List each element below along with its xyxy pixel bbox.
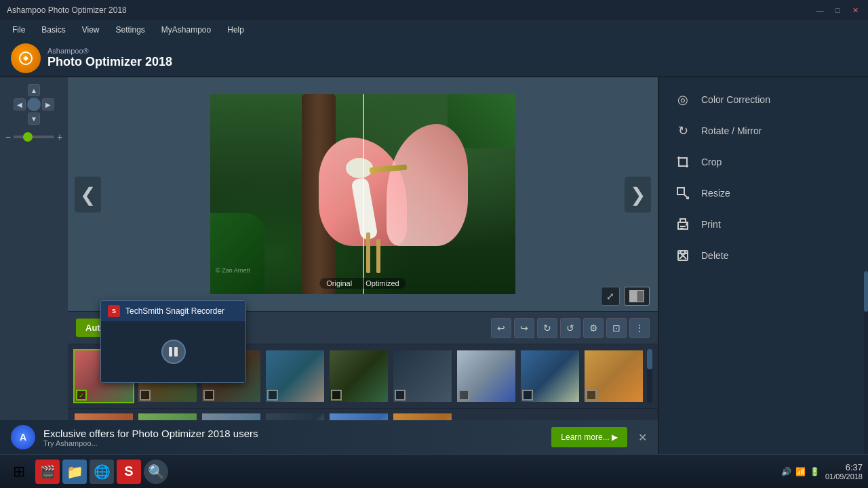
svg-point-4 [686, 224, 688, 225]
delete-icon [674, 247, 692, 264]
time-date[interactable]: 6:37 01/09/2018 [825, 462, 863, 481]
learn-more-label: Learn more... [561, 432, 609, 442]
redo-button[interactable]: ↪ [514, 318, 534, 338]
pan-down-button[interactable]: ▼ [28, 113, 40, 125]
main-image: Original Optimized © Zan Arnett [210, 94, 515, 294]
system-tray: 🔊 📶 🔋 [781, 467, 820, 476]
network-icon[interactable]: 📶 [795, 467, 806, 476]
rotate-ccw-button[interactable]: ↺ [560, 318, 580, 338]
start-button[interactable]: ⊞ [5, 458, 33, 485]
taskbar-chrome[interactable]: 🌐 [90, 460, 114, 484]
pause-bar-right [174, 347, 178, 357]
settings-icon-button[interactable]: ⚙ [583, 318, 604, 338]
minimize-button[interactable]: — [814, 4, 826, 16]
taskmanager-icon: 🎬 [40, 464, 55, 479]
menu-color-correction[interactable]: ◎ Color Correction [658, 84, 868, 115]
bird-body [332, 124, 441, 273]
learn-more-button[interactable]: Learn more... ▶ [551, 427, 627, 447]
logo-text: Ashampoo® Photo Optimizer 2018 [47, 47, 172, 69]
bird-leg-left [366, 232, 370, 273]
snagit-logo: S [108, 305, 120, 317]
taskbar: ⊞ 🎬 📁 🌐 S 🔍 🔊 📶 🔋 6:37 01/09/2018 [0, 454, 868, 488]
menu-myashampoo[interactable]: MyAshampoo [155, 22, 218, 37]
menu-help[interactable]: Help [220, 22, 251, 37]
menu-bar: File Basics View Settings MyAshampoo Hel… [0, 20, 868, 39]
split-line[interactable] [363, 94, 364, 294]
menu-delete[interactable]: Delete [658, 240, 868, 271]
search-taskbar-icon: 🔍 [148, 464, 165, 480]
rotate-cw-button[interactable]: ↻ [537, 318, 557, 338]
app-title: Ashampoo Photo Optimizer 2018 [7, 5, 127, 15]
menu-file[interactable]: File [5, 22, 32, 37]
battery-icon[interactable]: 🔋 [810, 467, 820, 476]
view-mode-button[interactable] [624, 287, 650, 306]
title-bar: Ashampoo Photo Optimizer 2018 — □ ✕ [0, 0, 868, 20]
bird-wing-right [387, 124, 468, 246]
thumbnail-6[interactable] [392, 349, 453, 403]
thumbnail-7[interactable] [456, 349, 517, 403]
thumbnail-4[interactable] [264, 349, 326, 403]
crop-label: Crop [701, 157, 722, 167]
thumbnail-1-check[interactable]: ✓ [76, 390, 87, 401]
chrome-icon: 🌐 [94, 464, 111, 480]
taskbar-search[interactable]: 🔍 [144, 460, 168, 484]
resize-label: Resize [701, 188, 730, 199]
thumbnail-scrollbar[interactable] [647, 349, 652, 403]
pan-right-button[interactable]: ▶ [42, 98, 54, 110]
thumbnail-5-check[interactable] [331, 390, 342, 401]
thumbnail-8-check[interactable] [522, 390, 533, 401]
bird-leg-right [376, 239, 380, 273]
snagit-title: TechSmith Snagit Recorder [125, 306, 224, 316]
window-controls: — □ ✕ [814, 4, 861, 16]
thumbnail-8[interactable] [519, 349, 580, 403]
taskbar-snagit[interactable]: S [117, 460, 141, 484]
maximize-button[interactable]: □ [831, 4, 844, 16]
speaker-icon[interactable]: 🔊 [781, 467, 791, 476]
thumbnail-9[interactable] [583, 349, 644, 403]
photo-viewer: ❮ [68, 77, 658, 311]
menu-settings[interactable]: Settings [108, 22, 151, 37]
prev-image-button[interactable]: ❮ [75, 176, 101, 212]
pan-up-button[interactable]: ▲ [28, 84, 40, 96]
snagit-pause-button[interactable] [161, 340, 186, 364]
zoom-minus-button[interactable]: − [5, 131, 11, 142]
thumbnail-3-check[interactable] [203, 390, 214, 401]
promo-close-button[interactable]: ✕ [638, 431, 647, 444]
delete-label: Delete [701, 250, 728, 261]
color-correction-label: Color Correction [701, 94, 770, 105]
thumbnail-5[interactable] [328, 349, 389, 403]
thumbnail-4-check[interactable] [267, 390, 278, 401]
menu-resize[interactable]: Resize [658, 178, 868, 209]
pause-bar-left [169, 347, 172, 357]
color-correction-icon: ◎ [674, 91, 692, 108]
thumbnail-6-check[interactable] [395, 390, 406, 401]
thumbnail-2-check[interactable] [140, 390, 151, 401]
next-image-button[interactable]: ❯ [625, 176, 651, 212]
zoom-slider[interactable] [14, 136, 54, 138]
split-labels: Original Optimized [319, 278, 406, 289]
clock-time: 6:37 [825, 462, 863, 472]
menu-rotate-mirror[interactable]: ↻ Rotate / Mirror [658, 115, 868, 146]
zoom-plus-button[interactable]: + [57, 131, 62, 142]
menu-print[interactable]: Print [658, 209, 868, 240]
pan-left-button[interactable]: ◀ [14, 98, 26, 110]
promo-bar: A Exclusive offers for Photo Optimizer 2… [0, 420, 658, 454]
rotate-mirror-icon: ↻ [674, 122, 692, 140]
undo-button[interactable]: ↩ [491, 318, 511, 338]
menu-basics[interactable]: Basics [35, 22, 72, 37]
more-options-button[interactable]: ⋮ [629, 318, 650, 338]
compare-button[interactable]: ⊡ [606, 318, 627, 338]
pan-center-button[interactable] [27, 98, 41, 111]
right-scrollbar-thumb[interactable] [864, 271, 868, 312]
pause-icon [169, 347, 178, 357]
close-button[interactable]: ✕ [849, 4, 861, 16]
thumbnail-9-check[interactable] [586, 390, 597, 401]
taskbar-taskmanager[interactable]: 🎬 [35, 460, 60, 484]
menu-view[interactable]: View [75, 22, 106, 37]
watermark: © Zan Arnett [216, 267, 250, 274]
taskbar-folder[interactable]: 📁 [62, 460, 87, 484]
thumbnail-7-check[interactable] [458, 390, 469, 401]
menu-crop[interactable]: Crop [658, 146, 868, 178]
svg-rect-2 [677, 188, 684, 195]
expand-button[interactable]: ⤢ [601, 287, 620, 306]
